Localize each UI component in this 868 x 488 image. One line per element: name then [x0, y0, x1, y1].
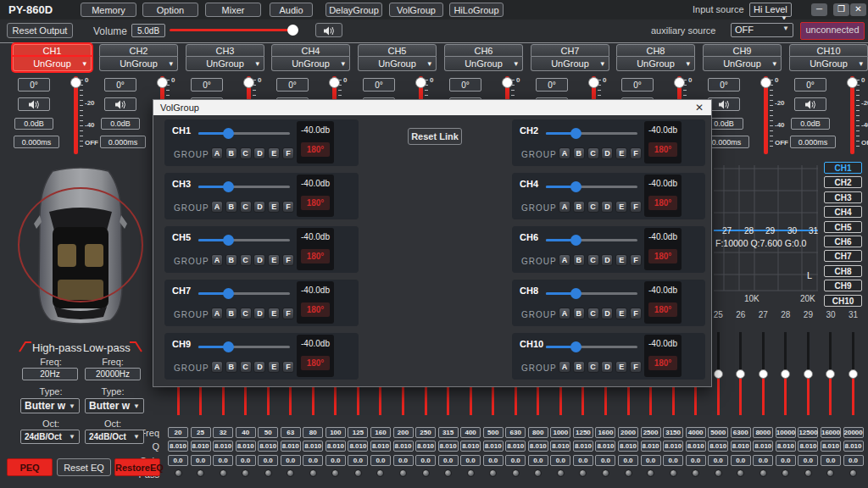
eq-pass-toggle[interactable]	[804, 469, 812, 477]
eq-pass-toggle[interactable]	[647, 469, 654, 477]
group-button-b[interactable]: B	[225, 361, 237, 373]
group-button-e[interactable]: E	[268, 147, 280, 159]
eq-band-point-28[interactable]: 28	[744, 226, 754, 236]
eq-gain-cell[interactable]: 0.0	[708, 455, 728, 466]
volgroup-phase-button[interactable]: 180°	[648, 249, 677, 263]
eq-freq-cell[interactable]: 630	[505, 427, 526, 438]
group-button-d[interactable]: D	[253, 147, 265, 159]
graph-channel-button-ch6[interactable]: CH6	[824, 236, 862, 247]
eq-q-cell[interactable]: 8.010	[843, 441, 864, 452]
group-button-e[interactable]: E	[615, 201, 627, 213]
eq-q-cell[interactable]: 8.010	[595, 441, 615, 452]
eq-q-cell[interactable]: 8.010	[370, 441, 391, 452]
eq-pass-toggle[interactable]	[287, 469, 294, 477]
aux-source-dropdown[interactable]: OFF ▼	[731, 23, 793, 37]
lp-freq-value[interactable]: 20000Hz	[85, 368, 141, 380]
lp-oct-dropdown[interactable]: 24dB/Oct▼	[85, 430, 144, 444]
band-slider-knob[interactable]	[781, 369, 790, 379]
eq-pass-toggle[interactable]	[692, 469, 699, 477]
eq-pass-toggle[interactable]	[197, 469, 204, 477]
graph-channel-button-ch3[interactable]: CH3	[824, 191, 862, 203]
group-button-a[interactable]: A	[559, 201, 570, 213]
graph-channel-button-ch5[interactable]: CH5	[824, 221, 862, 233]
mute-button[interactable]	[104, 97, 136, 111]
group-button-d[interactable]: D	[253, 201, 265, 213]
eq-gain-cell[interactable]: 0.0	[191, 455, 211, 466]
group-button-d[interactable]: D	[253, 254, 265, 266]
group-button-e[interactable]: E	[268, 201, 280, 213]
eq-freq-cell[interactable]: 50	[258, 427, 278, 438]
graph-channel-button-ch2[interactable]: CH2	[824, 176, 862, 188]
menu-button-mixer[interactable]: Mixer	[205, 3, 261, 17]
eq-gain-cell[interactable]: 0.0	[326, 455, 346, 466]
eq-q-cell[interactable]: 8.010	[213, 441, 233, 452]
maximize-button[interactable]: ❐	[833, 3, 849, 16]
group-button-f[interactable]: F	[282, 308, 294, 319]
band-slider-track-fill[interactable]	[762, 374, 765, 415]
eq-gain-cell[interactable]: 0.0	[641, 455, 661, 466]
group-button-e[interactable]: E	[615, 147, 627, 159]
eq-freq-cell[interactable]: 400	[460, 427, 481, 438]
channel-volume-knob[interactable]	[760, 77, 771, 88]
eq-pass-toggle[interactable]	[782, 469, 789, 477]
group-button-a[interactable]: A	[211, 147, 223, 159]
eq-gain-cell[interactable]: 0.0	[438, 455, 459, 466]
phase-button[interactable]: 0°	[621, 78, 654, 92]
band-slider-track-fill[interactable]	[717, 374, 720, 415]
eq-pass-toggle[interactable]	[309, 469, 317, 477]
hp-freq-value[interactable]: 20Hz	[22, 368, 78, 380]
band-slider-knob[interactable]	[759, 369, 768, 379]
eq-pass-toggle[interactable]	[354, 469, 362, 477]
channel-group-dropdown[interactable]: UnGroup▾	[703, 57, 782, 71]
eq-gain-cell[interactable]: 0.0	[618, 455, 638, 466]
eq-gain-cell[interactable]: 0.0	[686, 455, 706, 466]
group-button-d[interactable]: D	[601, 254, 613, 266]
band-slider-track-fill[interactable]	[829, 374, 832, 415]
eq-gain-cell[interactable]: 0.0	[303, 455, 323, 466]
eq-freq-cell[interactable]: 40	[236, 427, 256, 438]
eq-q-cell[interactable]: 8.010	[281, 441, 301, 452]
volgroup-phase-button[interactable]: 180°	[301, 356, 330, 370]
band-slider-knob[interactable]	[849, 369, 858, 379]
group-button-e[interactable]: E	[268, 361, 280, 373]
eq-pass-toggle[interactable]	[175, 469, 182, 477]
eq-band-point-27[interactable]: 27	[722, 226, 732, 236]
channel-header-ch3[interactable]: CH3	[186, 44, 264, 57]
group-button-a[interactable]: A	[559, 147, 570, 159]
eq-pass-toggle[interactable]	[715, 469, 722, 477]
graph-channel-button-ch8[interactable]: CH8	[824, 265, 862, 277]
group-button-f[interactable]: F	[282, 201, 294, 213]
hp-oct-dropdown[interactable]: 24dB/Oct▼	[20, 430, 80, 444]
group-button-c[interactable]: C	[587, 201, 599, 213]
group-button-a[interactable]: A	[559, 361, 570, 373]
master-mute-button[interactable]	[315, 23, 342, 37]
eq-gain-cell[interactable]: 0.0	[393, 455, 414, 466]
volgroup-volume-knob[interactable]	[570, 288, 581, 299]
volgroup-phase-button[interactable]: 180°	[301, 196, 330, 210]
phase-button[interactable]: 0°	[18, 78, 50, 92]
group-button-c[interactable]: C	[240, 361, 252, 373]
group-button-b[interactable]: B	[225, 201, 237, 213]
eq-q-cell[interactable]: 8.010	[460, 441, 481, 452]
eq-freq-cell[interactable]: 12500	[798, 427, 818, 438]
eq-freq-cell[interactable]: 16000	[821, 427, 841, 438]
graph-channel-button-ch10[interactable]: CH10	[824, 295, 862, 307]
eq-gain-cell[interactable]: 0.0	[843, 455, 864, 466]
eq-gain-cell[interactable]: 0.0	[281, 455, 301, 466]
eq-freq-cell[interactable]: 25	[191, 427, 211, 438]
eq-freq-cell[interactable]: 250	[415, 427, 436, 438]
volgroup-phase-button[interactable]: 180°	[648, 142, 677, 157]
eq-q-cell[interactable]: 8.010	[393, 441, 414, 452]
channel-volume-knob[interactable]	[70, 77, 81, 88]
eq-freq-cell[interactable]: 4000	[686, 427, 706, 438]
eq-pass-toggle[interactable]	[376, 469, 384, 477]
eq-pass-toggle[interactable]	[579, 469, 587, 477]
eq-q-cell[interactable]: 8.010	[708, 441, 728, 452]
group-button-d[interactable]: D	[253, 308, 265, 319]
channel-header-ch7[interactable]: CH7	[531, 44, 609, 57]
group-button-f[interactable]: F	[282, 361, 294, 373]
eq-q-cell[interactable]: 8.010	[483, 441, 504, 452]
eq-gain-cell[interactable]: 0.0	[168, 455, 188, 466]
group-button-a[interactable]: A	[211, 308, 223, 319]
channel-group-dropdown[interactable]: UnGroup▾	[616, 57, 695, 71]
